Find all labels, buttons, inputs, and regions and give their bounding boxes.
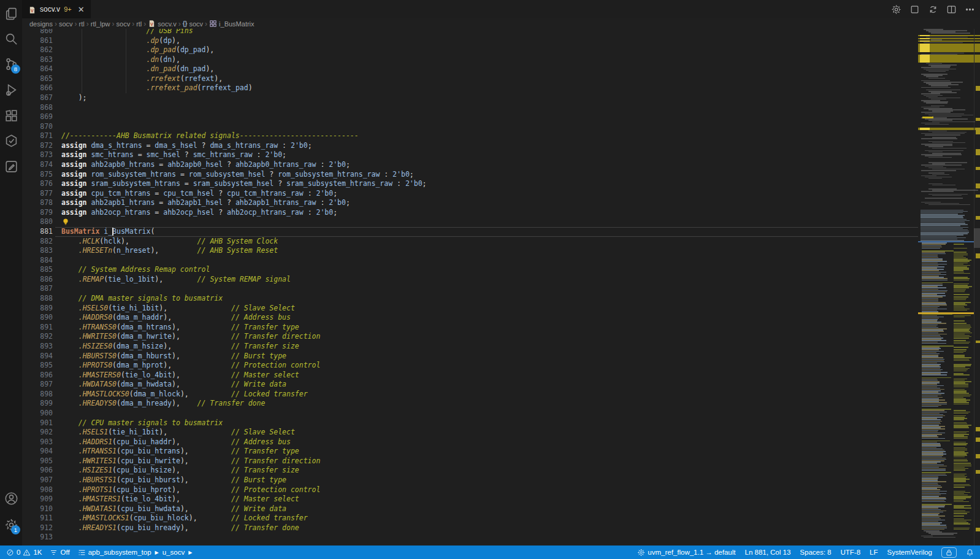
code-line-883[interactable]: 883 .HRESETn(n_hreset), // AHB System Re… [22,246,980,256]
code-line-874[interactable]: 874assign ahb2apb0_htrans = ahb2apb0_hse… [22,160,980,170]
testing-icon[interactable] [0,128,22,153]
code-line-886[interactable]: 886 .REMAP(tie_lo_1bit), // System REMAP… [22,275,980,285]
line-number[interactable]: 868 [22,103,53,113]
line-number[interactable]: 890 [22,313,53,323]
code-line-870[interactable]: 870 [22,122,980,132]
code-line-863[interactable]: 863 .dn(dn), [22,55,980,65]
line-number[interactable]: 870 [22,122,53,132]
tab-socv[interactable]: V socv.v 9+ ✕ [22,0,91,18]
line-number[interactable]: 863 [22,55,53,65]
code-line-890[interactable]: 890 .HADDRS0(dma_m_haddr), // Address bu… [22,313,980,323]
code-line-876[interactable]: 876assign sram_subsystem_htrans = sram_s… [22,179,980,189]
code-line-861[interactable]: 861 .dp(dp), [22,36,980,46]
code-line-885[interactable]: 885 // System Address Remap control [22,265,980,275]
code-line-899[interactable]: 899 .HREADYS0(dma_m_hready), // Transfer… [22,399,980,409]
code-line-905[interactable]: 905 .HWRITES1(cpu_biu_hwrite), // Transf… [22,457,980,466]
code-line-882[interactable]: 882 .HCLK(hclk), // AHB System Clock [22,237,980,247]
status-eol[interactable]: LF [870,549,878,556]
status-cursor-position[interactable]: Ln 881, Col 13 [745,549,791,556]
compare-changes-icon[interactable] [928,4,938,15]
manage-gear-icon[interactable] [891,4,902,15]
settings-icon[interactable]: 1 [0,512,22,537]
line-number[interactable]: 861 [22,36,53,46]
status-uvm-flow[interactable]: uvm_ref_flow_1.1 → default [637,549,735,557]
code-line-866[interactable]: 866 .rrefext_pad(rrefext_pad) [22,83,980,93]
code-line-869[interactable]: 869 [22,112,980,122]
run-debug-icon[interactable] [0,77,22,102]
line-number[interactable]: 882 [22,237,53,247]
code-line-906[interactable]: 906 .HSIZES1(cpu_biu_hsize), // Transfer… [22,466,980,476]
line-number[interactable]: 905 [22,457,53,466]
line-number[interactable]: 892 [22,332,53,342]
code-line-910[interactable]: 910 .HWDATAS1(cpu_biu_hwdata), // Write … [22,504,980,514]
breadcrumb-item-socv[interactable]: socv [59,20,73,28]
code-line-873[interactable]: 873assign smc_htrans = smc_hsel ? smc_ht… [22,150,980,160]
breadcrumb-item-socv[interactable]: {}socv [183,20,203,28]
line-number[interactable]: 909 [22,495,53,504]
code-line-904[interactable]: 904 .HTRANSS1(cpu_biu_htrans), // Transf… [22,447,980,457]
code-line-901[interactable]: 901 // CPU master signals to busmatrix [22,418,980,428]
code-line-895[interactable]: 895 .HPROTS0(dma_m_hprot), // Protection… [22,361,980,371]
status-tab-lock[interactable] [941,547,957,558]
line-number[interactable]: 872 [22,141,53,151]
line-number[interactable]: 907 [22,476,53,485]
line-number[interactable]: 901 [22,418,53,428]
status-language-mode[interactable]: SystemVerilog [887,549,932,556]
code-line-908[interactable]: 908 .HPROTS1(cpu_biu_hprot), // Protecti… [22,485,980,495]
line-number[interactable]: 889 [22,304,53,314]
line-number[interactable]: 879 [22,208,53,218]
code-line-868[interactable]: 868 [22,103,980,113]
line-number[interactable]: 908 [22,485,53,495]
line-number[interactable]: 900 [22,409,53,418]
code-line-903[interactable]: 903 .HADDRS1(cpu_biu_haddr), // Address … [22,438,980,447]
line-number[interactable]: 880 [22,217,53,227]
code-line-909[interactable]: 909 .HMASTERS1(tie_lo_4bit), // Master s… [22,495,980,504]
code-line-877[interactable]: 877assign cpu_tcm_htrans = cpu_tcm_hsel … [22,189,980,199]
line-number[interactable]: 878 [22,198,53,208]
line-number[interactable]: 881 [22,227,53,237]
code-line-900[interactable]: 900 [22,409,980,418]
code-line-902[interactable]: 902 .HSELS1(tie_hi_1bit), // Slave Selec… [22,428,980,438]
line-number[interactable]: 876 [22,179,53,189]
line-number[interactable]: 865 [22,74,53,84]
status-errorlens-toggle[interactable]: Off [50,549,69,557]
code-line-889[interactable]: 889 .HSELS0(tie_hi_1bit), // Slave Selec… [22,304,980,314]
line-number[interactable]: 902 [22,428,53,438]
code-line-887[interactable]: 887 [22,284,980,294]
explorer-icon[interactable] [0,1,22,26]
line-number[interactable]: 898 [22,390,53,399]
line-number[interactable]: 893 [22,342,53,352]
more-actions-icon[interactable] [965,4,975,15]
code-line-860[interactable]: 860 // USB Pins [22,29,980,36]
lightbulb-icon[interactable] [62,218,69,226]
code-line-913[interactable]: 913 [22,533,980,542]
code-line-879[interactable]: 879assign ahb2ocp_htrans = ahb2ocp_hsel … [22,208,980,218]
code-line-867[interactable]: 867 ); [22,93,980,103]
line-number[interactable]: 910 [22,504,53,514]
line-number[interactable]: 875 [22,170,53,180]
code-line-894[interactable]: 894 .HBURSTS0(dma_m_hburst), // Burst ty… [22,352,980,361]
status-problems[interactable]: 01K [6,549,42,557]
breadcrumb-item-i-busmatrix[interactable]: i_BusMatrix [209,20,254,28]
line-number[interactable]: 873 [22,150,53,160]
line-number[interactable]: 886 [22,275,53,285]
line-number[interactable]: 883 [22,246,53,256]
scratchpad-icon[interactable] [0,154,22,179]
line-number[interactable]: 897 [22,380,53,390]
line-number[interactable]: 894 [22,352,53,361]
line-number[interactable]: 874 [22,160,53,170]
line-number[interactable]: 896 [22,371,53,380]
line-number[interactable]: 885 [22,265,53,275]
line-number[interactable]: 911 [22,514,53,523]
code-line-862[interactable]: 862 .dp_pad(dp_pad), [22,45,980,55]
code-line-893[interactable]: 893 .HSIZES0(dma_m_hsize), // Transfer s… [22,342,980,352]
code-line-891[interactable]: 891 .HTRANSS0(dma_m_htrans), // Transfer… [22,323,980,333]
line-number[interactable]: 862 [22,45,53,55]
status-indentation[interactable]: Spaces: 8 [800,549,831,556]
line-number[interactable]: 860 [22,29,53,36]
extensions-icon[interactable] [0,103,22,128]
line-number[interactable]: 869 [22,112,53,122]
code-line-892[interactable]: 892 .HWRITES0(dma_m_hwrite), // Transfer… [22,332,980,342]
line-number[interactable]: 877 [22,189,53,199]
line-number[interactable]: 903 [22,438,53,447]
